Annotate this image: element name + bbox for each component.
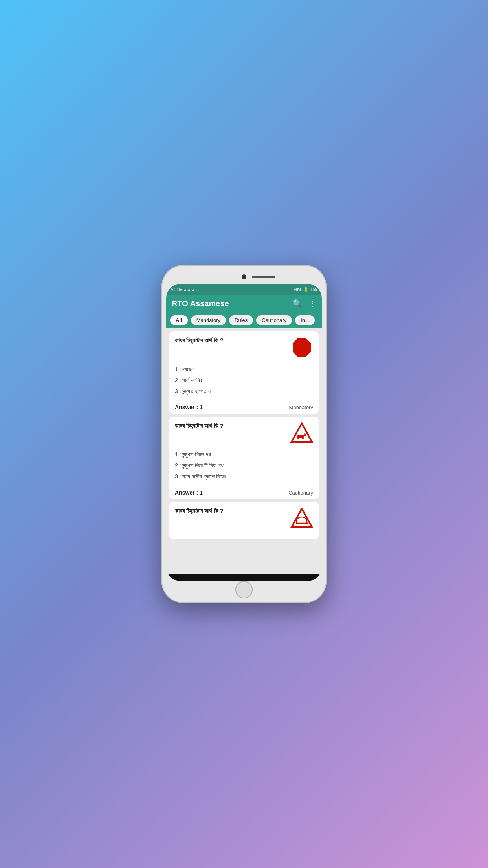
slippery-road-icon	[290, 422, 313, 443]
app-header: RTO Assamese 🔍 ⋮	[166, 295, 322, 312]
battery-text: 98%	[294, 287, 302, 292]
app-title: RTO Assamese	[172, 299, 229, 308]
svg-marker-1	[292, 423, 312, 442]
card-2-body: কাষৰ চিহ্নটোৰ আৰ্থ কি ?	[169, 417, 319, 486]
bridge-warning-icon	[290, 508, 313, 529]
carrier-text: VOLte	[171, 287, 182, 292]
card-2-category: Cautionary	[288, 490, 313, 496]
card-1-option-3: 3 : সন্মুখত হাস্পতাল	[175, 386, 313, 397]
card-1-option-1: 1 : ৰখাওক	[175, 364, 313, 375]
phone-top	[166, 270, 322, 284]
physical-home-button[interactable]	[235, 581, 253, 598]
question-card-1[interactable]: কাষৰ চিহ্নটোৰ আৰ্থ কি ? 1 : ৰখাওক 2 : পা…	[169, 331, 319, 414]
card-1-body: কাষৰ চিহ্নটোৰ আৰ্থ কি ? 1 : ৰখাওক 2 : পা…	[169, 331, 319, 401]
svg-marker-0	[293, 338, 311, 357]
svg-point-3	[297, 438, 299, 439]
card-1-footer: Answer : 1 Mandatory	[169, 401, 319, 414]
card-1-question: কাষৰ চিহ্নটোৰ আৰ্থ কি ?	[175, 336, 286, 344]
card-2-question: কাষৰ চিহ্নটোৰ আৰ্থ কি ?	[175, 421, 286, 430]
card-1-answer: Answer : 1	[175, 404, 203, 410]
card-2-footer: Answer : 1 Cautionary	[169, 486, 319, 499]
menu-icon[interactable]: ⋮	[308, 299, 316, 308]
card-3-body: কাষৰ চিহ্নটোৰ আৰ্থ কি ?	[169, 502, 319, 539]
phone-screen: VOLte ▲▲▲ ... 98% 🔋 8:55 RTO Assamese 🔍 …	[166, 284, 322, 581]
speaker	[252, 276, 275, 278]
tab-cautionary[interactable]: Cautionary	[256, 315, 292, 325]
card-3-icon	[290, 507, 313, 530]
recent-button[interactable]: ■	[294, 580, 298, 581]
main-content: কাষৰ চিহ্নটোৰ আৰ্থ কি ? 1 : ৰখাওক 2 : পা…	[166, 328, 322, 574]
signal-icon: ▲▲▲	[183, 287, 195, 292]
stop-sign-icon	[291, 337, 312, 358]
back-button[interactable]: ◀	[189, 580, 195, 581]
battery-icon: 🔋	[303, 287, 308, 292]
tab-informatory[interactable]: In...	[295, 315, 315, 325]
more-icon: ...	[196, 287, 199, 292]
question-card-3[interactable]: কাষৰ চিহ্নটোৰ আৰ্থ কি ?	[169, 502, 319, 539]
card-3-question: কাষৰ চিহ্নটোৰ আৰ্থ কি ?	[175, 507, 286, 515]
search-icon[interactable]: 🔍	[292, 299, 302, 308]
home-button[interactable]: ●	[242, 580, 247, 581]
status-bar: VOLte ▲▲▲ ... 98% 🔋 8:55	[166, 284, 322, 295]
svg-rect-2	[297, 435, 304, 438]
card-2-answer: Answer : 1	[175, 489, 203, 496]
card-2-option-1: 1 : সন্মুখত পিচল পথ	[175, 449, 313, 460]
card-1-option-2: 2 : পার্ক নকৰিব	[175, 375, 313, 386]
card-3-question-row: কাষৰ চিহ্নটোৰ আৰ্থ কি ?	[175, 507, 313, 530]
svg-point-4	[302, 438, 304, 439]
card-2-option-3: 3 : মতৰ গাড়ীৰ প্ৰবেশ নিষেধ	[175, 471, 313, 482]
card-2-option-2: 2 : সন্মুখত শিলগুটি দিয়া পথ	[175, 460, 313, 471]
phone-bottom	[166, 581, 322, 598]
filter-tabs: All Mandatory Rules Cautionary In...	[166, 312, 322, 328]
camera	[242, 274, 246, 279]
header-actions: 🔍 ⋮	[292, 299, 316, 308]
status-right: 98% 🔋 8:55	[294, 287, 317, 292]
status-left: VOLte ▲▲▲ ...	[171, 287, 199, 292]
card-2-options: 1 : সন্মুখত পিচল পথ 2 : সন্মুখত শিলগুটি …	[175, 449, 313, 482]
card-1-icon	[290, 336, 313, 359]
card-2-question-row: কাষৰ চিহ্নটোৰ আৰ্থ কি ?	[175, 421, 313, 444]
nav-bar: ◀ ● ■	[166, 574, 322, 581]
tab-mandatory[interactable]: Mandatory	[191, 315, 226, 325]
card-2-icon	[290, 421, 313, 444]
card-1-question-row: কাষৰ চিহ্নটোৰ আৰ্থ কি ?	[175, 336, 313, 359]
card-1-category: Mandatory	[289, 405, 313, 410]
tab-rules[interactable]: Rules	[229, 315, 253, 325]
tab-all[interactable]: All	[170, 315, 188, 325]
svg-marker-5	[292, 509, 312, 527]
phone-frame: VOLte ▲▲▲ ... 98% 🔋 8:55 RTO Assamese 🔍 …	[161, 265, 327, 603]
question-card-2[interactable]: কাষৰ চিহ্নটোৰ আৰ্থ কি ?	[169, 417, 319, 499]
time-text: 8:55	[310, 287, 317, 292]
card-1-options: 1 : ৰখাওক 2 : পার্ক নকৰিব 3 : সন্মুখত হা…	[175, 364, 313, 397]
